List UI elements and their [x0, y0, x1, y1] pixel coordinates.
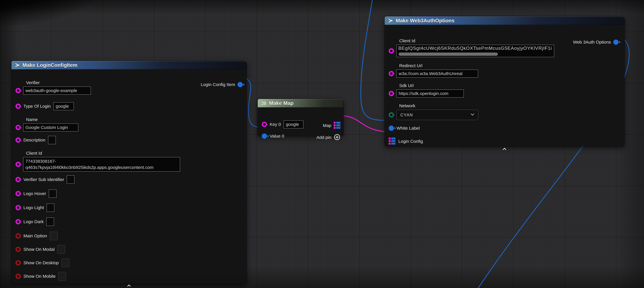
pin-redirect-url[interactable] — [389, 71, 394, 76]
pin-web3auth-options-output[interactable] — [613, 40, 618, 45]
logo-light-input[interactable] — [46, 203, 54, 212]
wire-offscreen-to-whitelabel[interactable] — [361, 0, 388, 120]
row-sdk-url: Sdk Url — [389, 83, 464, 98]
pin-name[interactable] — [16, 125, 21, 130]
pin-label: Key 0 — [270, 122, 281, 127]
logo-dark-input[interactable] — [46, 217, 54, 226]
pin-label: Value 0 — [270, 134, 284, 139]
row-name: Name — [16, 117, 78, 132]
name-input[interactable] — [23, 123, 78, 132]
pin-label: Client Id — [399, 38, 554, 43]
node-make-map: Make Map Key 0 Map — [258, 99, 343, 136]
pin-verifier[interactable] — [16, 88, 21, 93]
pin-type-of-login[interactable] — [16, 104, 21, 109]
pin-label: Network — [399, 103, 478, 108]
row-verifier: Verifier — [16, 80, 91, 95]
pin-label: Show On Desktop — [24, 260, 59, 265]
pin-logo-hover[interactable] — [16, 191, 21, 196]
pin-map-output[interactable] — [334, 121, 341, 130]
pin-label: Client Id — [26, 151, 180, 156]
pin-description[interactable] — [16, 137, 21, 143]
chevron-down-icon — [470, 113, 474, 116]
wire-map-to-loginconfig[interactable] — [344, 116, 387, 132]
pin-logo-light[interactable] — [16, 205, 21, 210]
key-0-input[interactable] — [284, 120, 304, 129]
add-pin-row: Add pin — [316, 134, 340, 141]
pin-label: Verifier — [26, 80, 91, 85]
pin-value-0[interactable] — [262, 133, 267, 139]
main-option-checkbox[interactable] — [50, 231, 58, 240]
row-show-on-mobile: Show On Mobile — [16, 272, 66, 281]
row-network: Network CYAN — [389, 103, 478, 120]
pin-label: Logo Hover — [24, 191, 46, 196]
pin-client-id[interactable] — [389, 48, 394, 54]
sdk-url-input[interactable] — [396, 89, 464, 98]
node-header-make-web3authoptions[interactable]: Make Web3AuthOptions — [384, 17, 624, 25]
pin-login-config-item-output[interactable] — [238, 82, 243, 87]
row-type-of-login: Type Of Login — [16, 102, 74, 110]
pin-show-on-desktop[interactable] — [16, 260, 21, 265]
pin-client-id[interactable] — [16, 162, 21, 167]
blueprint-graph-canvas[interactable]: Make LoginConfigItem Login Config Item V… — [0, 0, 644, 288]
show-on-mobile-checkbox[interactable] — [58, 272, 66, 281]
pin-white-label[interactable] — [389, 126, 394, 131]
client-id-input[interactable]: 774338308167-q463s7kpvja16l4l0kko3nb925i… — [23, 157, 180, 172]
verifier-sub-identifier-input[interactable] — [67, 175, 74, 184]
pin-label: Map — [323, 123, 331, 128]
client-id-input[interactable]: BEglQSgt4cUWcj6SKRdu5QkOXTsePmMcusG5EAoy… — [396, 45, 554, 57]
pin-show-on-mobile[interactable] — [16, 274, 21, 279]
pin-label: Logo Dark — [24, 219, 44, 224]
node-title: Make Map — [269, 100, 294, 106]
description-input[interactable] — [48, 136, 56, 144]
row-white-label: White Label — [389, 126, 420, 131]
pin-label: Login Config Item — [201, 82, 235, 87]
pin-label: Web 3Auth Options — [573, 40, 611, 45]
pin-show-on-modal[interactable] — [16, 247, 21, 252]
pin-sdk-url[interactable] — [389, 91, 394, 96]
pin-logo-dark[interactable] — [16, 219, 21, 224]
output-row-login-config-item: Login Config Item — [201, 82, 243, 87]
node-header-make-loginconfigitem[interactable]: Make LoginConfigItem — [12, 61, 246, 69]
client-id-horizontal-scrollbar[interactable] — [398, 53, 498, 56]
logo-hover-input[interactable] — [49, 189, 56, 198]
row-key-0: Key 0 — [262, 120, 304, 129]
row-description: Description — [16, 136, 56, 144]
network-dropdown[interactable]: CYAN — [396, 110, 478, 120]
verifier-input[interactable] — [23, 87, 91, 95]
redirect-url-input[interactable] — [396, 70, 478, 78]
pin-main-option[interactable] — [16, 233, 21, 238]
pin-label: Name — [26, 117, 78, 122]
pin-label: Login Config — [398, 139, 423, 144]
node-header-make-map[interactable]: Make Map — [258, 99, 343, 107]
pin-label: Sdk Url — [399, 83, 464, 88]
pin-label: Show On Modal — [24, 247, 54, 252]
row-main-option: Main Option — [16, 231, 58, 240]
row-show-on-modal: Show On Modal — [16, 245, 65, 254]
node-title: Make LoginConfigItem — [22, 62, 77, 68]
pin-login-config[interactable] — [389, 137, 396, 145]
add-pin-label: Add pin — [316, 135, 331, 140]
row-logo-dark: Logo Dark — [16, 217, 54, 226]
make-struct-icon — [15, 63, 20, 67]
make-map-icon — [262, 101, 266, 105]
pin-label: Type Of Login — [24, 104, 51, 109]
pin-verifier-sub-identifier[interactable] — [16, 177, 21, 182]
collapse-node-button[interactable] — [127, 284, 131, 287]
pin-label: Description — [24, 138, 45, 143]
pin-key-0[interactable] — [262, 122, 267, 127]
show-on-desktop-checkbox[interactable] — [62, 258, 69, 267]
add-pin-icon[interactable] — [334, 134, 340, 141]
pin-network[interactable] — [389, 112, 394, 118]
pin-label: Logo Light — [24, 205, 44, 210]
node-title: Make Web3AuthOptions — [396, 18, 454, 24]
row-show-on-desktop: Show On Desktop — [16, 258, 69, 267]
output-row-web3auth-options: Web 3Auth Options — [573, 40, 618, 45]
collapse-node-button[interactable] — [502, 148, 506, 151]
type-of-login-input[interactable] — [53, 102, 74, 110]
row-client-id: Client Id BEglQSgt4cUWcj6SKRdu5QkOXTsePm… — [389, 38, 554, 57]
show-on-modal-checkbox[interactable] — [57, 245, 65, 254]
pin-label: White Label — [396, 126, 420, 131]
node-make-web3authoptions: Make Web3AuthOptions Web 3Auth Options C… — [384, 17, 624, 146]
pin-label: Redirect Url — [399, 63, 478, 68]
pin-label: Verifier Sub Identifier — [24, 177, 64, 182]
